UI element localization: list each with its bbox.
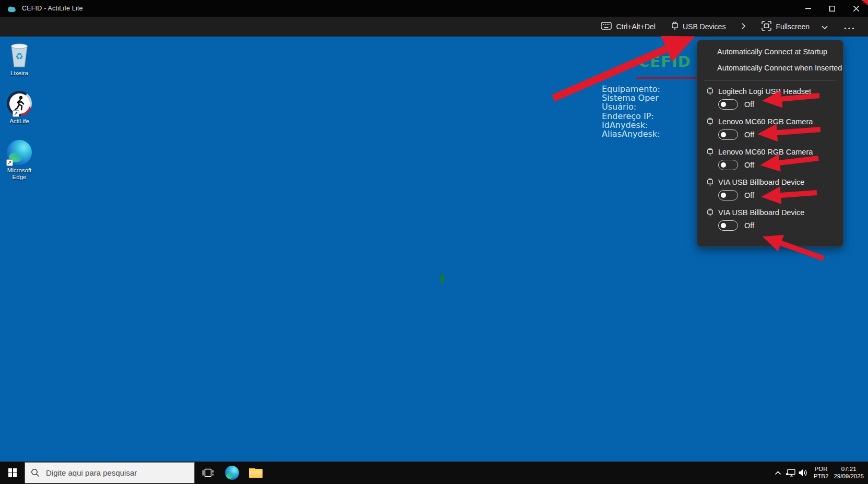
taskbar-edge-button[interactable]: [220, 462, 243, 484]
tray-chevron-up-icon[interactable]: [772, 471, 784, 475]
network-icon[interactable]: [784, 469, 797, 477]
usb-device-toggle[interactable]: [718, 99, 738, 110]
host-info-line: AliasAnydesk:: [602, 129, 660, 138]
ctrl-alt-del-button[interactable]: Ctrl+Alt+Del: [601, 22, 655, 31]
usb-device-name: Logitech Logi USB Headset: [718, 87, 811, 96]
more-options-icon[interactable]: [844, 22, 854, 31]
fullscreen-label: Fullscreen: [776, 22, 810, 31]
usb-device-state-label: Off: [744, 191, 754, 199]
recycle-bin-icon: ♻: [8, 43, 30, 68]
taskbar-search[interactable]: [25, 462, 195, 483]
chevron-down-icon[interactable]: [821, 22, 828, 31]
usb-device-state-label: Off: [744, 221, 754, 230]
maximize-button[interactable]: [820, 0, 844, 17]
language-line2: PTB2: [814, 473, 829, 480]
desktop-icon-actilife[interactable]: ↗ ActiLife: [0, 90, 39, 125]
usb-device-name: VIA USB Billboard Device: [718, 208, 804, 217]
usb-device-item: VIA USB Billboard Device Off: [697, 177, 843, 202]
text-caret: [441, 274, 444, 283]
task-view-button[interactable]: [196, 462, 219, 484]
anydesk-app-icon: [7, 4, 17, 13]
usb-plug-icon: [707, 208, 714, 217]
toggle-knob: [721, 102, 726, 107]
menu-divider: [704, 80, 836, 80]
desktop-icon-microsoft-edge[interactable]: ↗ Microsoft Edge: [0, 139, 39, 180]
search-input[interactable]: [45, 468, 175, 478]
usb-plug-icon: [707, 178, 714, 186]
usb-device-toggle[interactable]: [718, 129, 738, 140]
start-button[interactable]: [0, 462, 25, 484]
windows-logo-icon: [8, 468, 17, 477]
fullscreen-icon: [762, 21, 771, 32]
toggle-knob: [721, 132, 726, 137]
desktop-icon-label: ActiLife: [0, 118, 39, 125]
remote-desktop-window: CEFID - ActiLife Lite: [0, 0, 868, 484]
toggle-knob: [721, 162, 726, 168]
search-icon: [31, 468, 40, 477]
usb-menu-option[interactable]: Automatically Connect at Startup: [697, 44, 843, 60]
shortcut-arrow-badge: ↗: [13, 110, 19, 117]
keyboard-icon: [601, 22, 612, 31]
usb-device-toggle[interactable]: [718, 160, 738, 170]
usb-plug-icon: [707, 87, 714, 96]
host-info-lines: Equipamento:Sistema OperUsuário:Endereço…: [602, 85, 660, 138]
usb-device-state-label: Off: [744, 100, 754, 109]
usb-device-item: Lenovo MC60 RGB Camera Off: [697, 147, 843, 171]
host-info-heading: CEFID -: [638, 53, 704, 70]
usb-device-item: Logitech Logi USB Headset Off: [697, 86, 843, 111]
host-info-line: Usuário:: [602, 102, 660, 111]
usb-device-name: Lenovo MC60 RGB Camera: [718, 148, 813, 156]
language-line1: POR: [814, 466, 829, 473]
host-info-line: Endereço IP:: [602, 112, 660, 121]
host-info-line: IdAnydesk:: [602, 121, 660, 129]
desktop-icon-label: Lixeira: [0, 70, 39, 77]
desktop-icon-label: Microsoft Edge: [0, 167, 39, 180]
host-info-line: Sistema Oper: [602, 93, 660, 102]
usb-device-list: Logitech Logi USB Headset Off: [697, 86, 843, 232]
folder-icon: [249, 468, 263, 478]
toggle-knob: [721, 193, 726, 198]
window-title: CEFID - ActiLife Lite: [22, 5, 83, 12]
usb-devices-label: USB Devices: [683, 22, 726, 31]
usb-device-item: VIA USB Billboard Device Off: [697, 207, 843, 232]
usb-device-toggle[interactable]: [718, 190, 738, 200]
clock-time: 07:21: [834, 466, 864, 473]
corner-annotation-mark: [861, 0, 868, 5]
minimize-button[interactable]: [796, 0, 820, 17]
usb-plug-icon: [707, 148, 714, 156]
taskbar: POR PTB2 07:21 29/09/2025: [0, 462, 868, 484]
clock-date: 29/09/2025: [834, 473, 864, 480]
ctrl-alt-del-label: Ctrl+Alt+Del: [616, 22, 655, 31]
usb-device-toggle[interactable]: [718, 220, 738, 231]
usb-menu-option[interactable]: Automatically Connect when Inserted: [697, 60, 843, 76]
usb-device-item: Lenovo MC60 RGB Camera Off: [697, 116, 843, 141]
language-indicator[interactable]: POR PTB2: [814, 466, 829, 480]
usb-device-name: VIA USB Billboard Device: [718, 178, 804, 186]
session-toolbar: Ctrl+Alt+Del USB Devices: [0, 17, 868, 37]
file-explorer-button[interactable]: [244, 462, 267, 484]
usb-plug-icon: [707, 117, 714, 126]
usb-device-name: Lenovo MC60 RGB Camera: [718, 117, 813, 126]
title-bar: CEFID - ActiLife Lite: [0, 0, 868, 17]
edge-icon: [225, 466, 239, 480]
volume-icon[interactable]: [797, 469, 810, 477]
host-info-underline: [636, 77, 697, 79]
actilife-icon: ↗: [7, 91, 32, 116]
usb-devices-button[interactable]: USB Devices: [671, 21, 726, 32]
usb-device-state-label: Off: [744, 131, 754, 139]
toggle-knob: [721, 223, 726, 228]
svg-text:♻: ♻: [15, 51, 23, 62]
usb-plug-icon: [671, 21, 679, 32]
edge-icon: ↗: [7, 140, 32, 165]
usb-device-state-label: Off: [744, 161, 754, 169]
fullscreen-button[interactable]: Fullscreen: [762, 21, 810, 32]
shortcut-arrow-badge: ↗: [6, 159, 13, 166]
usb-devices-menu: Automatically Connect at Startup Automat…: [697, 40, 843, 247]
clock[interactable]: 07:21 29/09/2025: [834, 466, 864, 480]
host-info-line: Equipamento:: [602, 85, 660, 93]
desktop-icon-recycle-bin[interactable]: ♻ Lixeira: [0, 42, 39, 77]
chevron-right-icon[interactable]: [741, 22, 746, 31]
